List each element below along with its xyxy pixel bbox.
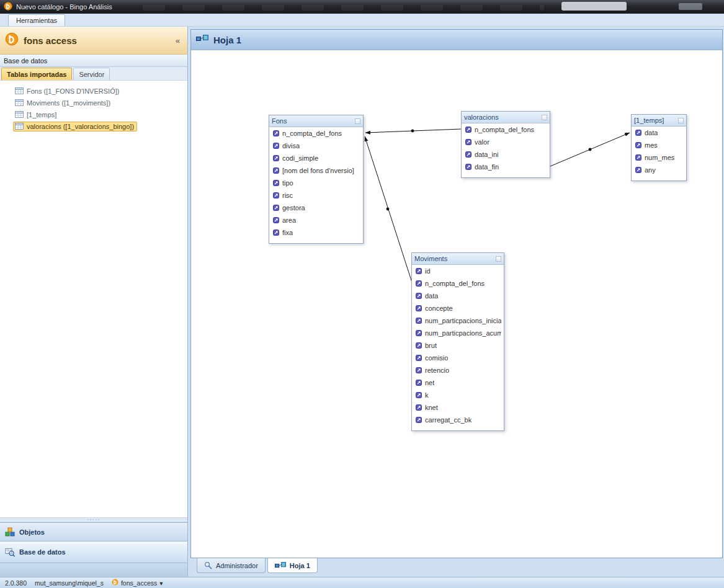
ribbon-tab-herramientas[interactable]: Herramientas — [8, 14, 65, 26]
sidebar-table-item[interactable]: Fons ([1_FONS D'INVERSIÓ]) — [0, 85, 187, 97]
diagram-field[interactable]: fixa — [269, 226, 363, 239]
diagram-field[interactable]: valor — [462, 136, 550, 148]
sidebar-table-item[interactable]: Moviments ([1_moviments]) — [0, 97, 187, 109]
field-icon — [273, 180, 279, 186]
diagram-field[interactable]: n_compta_del_fons — [412, 277, 504, 290]
sidebar-section-header: Base de datos — [0, 55, 187, 67]
table-tree: Fons ([1_FONS D'INVERSIÓ])Moviments ([1_… — [0, 81, 187, 517]
field-label: comisio — [425, 354, 448, 362]
field-label: [nom del fons d'nversio] — [282, 167, 354, 174]
diagram-field[interactable]: n_compta_del_fons — [462, 123, 550, 136]
diagram-field[interactable]: knet — [412, 401, 504, 414]
field-label: tipo — [282, 179, 293, 187]
field-icon — [273, 205, 279, 211]
table-label: valoracions ([1_valoracions_bingo]) — [27, 123, 134, 130]
sheet-panel: Hoja 1 Fonsn_compta_del_fonsdivisacodi_s… — [190, 29, 723, 558]
relationship-midpoint-dot — [411, 130, 414, 133]
sidebar-tab-tablas-importadas[interactable]: Tablas importadas — [1, 68, 72, 80]
diagram-table[interactable]: [1_temps]datamesnum_mesany — [631, 114, 687, 181]
database-search-icon — [5, 547, 15, 557]
diagram-field[interactable]: data — [632, 127, 686, 139]
diagram-field[interactable]: n_compta_del_fons — [269, 127, 363, 140]
field-icon — [273, 229, 279, 236]
diagram-table[interactable]: Movimentsidn_compta_del_fonsdataconcepte… — [411, 252, 504, 431]
relationship-midpoint-dot — [589, 148, 592, 151]
sidebar-table-item[interactable]: [1_temps] — [0, 109, 187, 120]
field-icon — [416, 404, 422, 411]
field-icon — [416, 305, 422, 311]
field-icon — [273, 155, 279, 161]
sidebar-collapse-button[interactable]: « — [173, 36, 182, 45]
diagram-table-header[interactable]: Fons — [269, 115, 363, 127]
sidebar-table-item[interactable]: valoracions ([1_valoracions_bingo]) — [0, 120, 187, 132]
diagram-field[interactable]: codi_simple — [269, 152, 363, 164]
nav-item-base-de-datos[interactable]: Base de datos — [0, 541, 187, 563]
field-icon — [465, 127, 471, 133]
diagram-field[interactable]: retencio — [412, 364, 504, 376]
table-label: [1_temps] — [27, 111, 56, 118]
diagram-field[interactable]: num_particpacions_inicia — [412, 314, 504, 327]
field-label: codi_simple — [282, 154, 318, 162]
diagram-field[interactable]: risc — [269, 189, 363, 202]
diagram-field[interactable]: divisa — [269, 140, 363, 152]
field-icon — [416, 330, 422, 336]
diagram-field[interactable]: any — [632, 164, 686, 176]
field-icon — [416, 342, 422, 349]
diagram-field[interactable]: num_particpacions_acum — [412, 327, 504, 339]
diagram-canvas[interactable]: Fonsn_compta_del_fonsdivisacodi_simple[n… — [191, 50, 722, 558]
field-icon — [273, 130, 279, 136]
diagram-table-header[interactable]: [1_temps] — [632, 115, 686, 127]
diagram-table[interactable]: valoracionsn_compta_del_fonsvalordata_in… — [461, 111, 550, 178]
user-label: mut_samsung\miquel_s — [35, 579, 104, 587]
sheet-tab-administrador[interactable]: Administrador — [197, 558, 266, 573]
diagram-field[interactable]: net — [412, 376, 504, 389]
titlebar[interactable]: Nuevo catálogo - Bingo Análisis — [0, 0, 724, 14]
window-title: Nuevo catálogo - Bingo Análisis — [16, 3, 112, 11]
sheet-tabs: AdministradorHoja 1 — [190, 558, 723, 577]
diagram-field[interactable]: [nom del fons d'nversio] — [269, 164, 363, 177]
catalog-title: fons access — [24, 35, 168, 46]
sidebar-splitter-handle[interactable]: ····· — [0, 517, 187, 522]
diagram-table-header[interactable]: Moviments — [412, 253, 504, 265]
field-icon — [416, 318, 422, 324]
field-icon — [465, 139, 471, 145]
diagram-field[interactable]: area — [269, 214, 363, 226]
context-selector[interactable]: fons_access ▾ — [112, 579, 163, 587]
diagram-field[interactable]: k — [412, 389, 504, 401]
diagram-field[interactable]: carregat_cc_bk — [412, 414, 504, 426]
sidebar-tab-servidor[interactable]: Servidor — [73, 68, 110, 80]
diagram-field[interactable]: gestora — [269, 202, 363, 214]
diagram-field[interactable]: data — [412, 290, 504, 302]
titlebar-artifact-small — [679, 3, 702, 10]
field-icon — [416, 293, 422, 299]
nav-item-objetos[interactable]: Objetos — [0, 522, 187, 541]
diagram-field[interactable]: comisio — [412, 352, 504, 364]
field-label: any — [645, 166, 656, 174]
diagram-table-header[interactable]: valoracions — [462, 112, 550, 123]
diagram-field[interactable]: brut — [412, 339, 504, 352]
field-icon — [416, 355, 422, 361]
sidebar: fons access « Base de datos Tablas impor… — [0, 27, 188, 577]
field-icon — [635, 154, 641, 161]
sheet-tab-hoja-1[interactable]: Hoja 1 — [267, 558, 318, 573]
table-grid-icon — [355, 118, 360, 124]
field-icon — [635, 142, 641, 148]
diagram-field[interactable]: tipo — [269, 177, 363, 189]
field-icon — [273, 217, 279, 223]
diagram-field[interactable]: mes — [632, 139, 686, 151]
diagram-field[interactable]: data_ini — [462, 148, 550, 161]
field-label: num_mes — [645, 154, 674, 161]
field-icon — [273, 167, 279, 174]
diagram-field[interactable]: concepte — [412, 302, 504, 314]
field-label: num_particpacions_inicia — [425, 317, 501, 324]
diagram-table-title: valoracions — [464, 114, 542, 121]
diagram-field[interactable]: data_fin — [462, 161, 550, 173]
nav-item-label: Base de datos — [19, 548, 66, 556]
diagram-field[interactable]: num_mes — [632, 151, 686, 164]
diagram-field[interactable]: id — [412, 265, 504, 277]
sheet-tab-label: Hoja 1 — [290, 562, 310, 569]
field-label: data — [645, 129, 658, 136]
diagram-table[interactable]: Fonsn_compta_del_fonsdivisacodi_simple[n… — [269, 115, 364, 244]
field-label: n_compta_del_fons — [282, 130, 342, 137]
diagram-table-title: [1_temps] — [634, 117, 678, 124]
